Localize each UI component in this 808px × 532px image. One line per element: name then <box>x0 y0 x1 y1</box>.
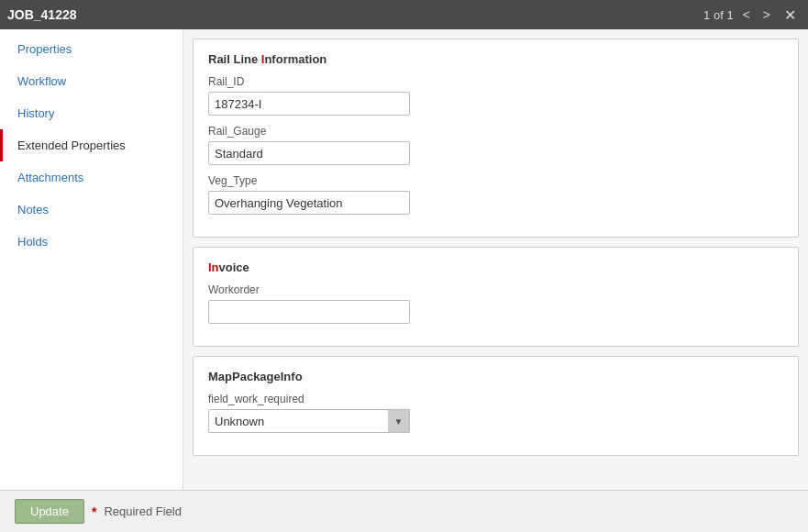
map-package-section: MapPackageInfo field_work_required Unkno… <box>193 356 799 456</box>
rail-line-title: Rail Line Information <box>208 52 783 66</box>
invoice-title: Invoice <box>208 260 783 274</box>
sidebar-item-holds[interactable]: Holds <box>0 226 183 258</box>
workorder-input[interactable] <box>208 300 410 324</box>
veg-type-group: Veg_Type <box>208 174 783 215</box>
required-asterisk: * <box>92 504 96 519</box>
field-work-required-wrapper: Unknown Yes No ▼ <box>208 409 410 433</box>
field-work-required-select[interactable]: Unknown Yes No <box>208 409 410 433</box>
rail-gauge-input[interactable] <box>208 141 410 165</box>
sidebar: Properties Workflow History Extended Pro… <box>0 29 183 490</box>
workorder-group: Workorder <box>208 283 783 324</box>
content-area: Properties Workflow History Extended Pro… <box>0 29 808 490</box>
required-field-label: Required Field <box>104 504 182 518</box>
nav-next-button[interactable]: > <box>759 6 774 24</box>
rail-gauge-group: Rail_Gauge <box>208 125 783 165</box>
update-button[interactable]: Update <box>15 499 84 524</box>
window-title: JOB_41228 <box>7 7 77 22</box>
main-content: Rail Line Information Rail_ID Rail_Gauge… <box>183 29 808 490</box>
veg-type-label: Veg_Type <box>208 174 783 187</box>
rail-id-label: Rail_ID <box>208 75 783 88</box>
sidebar-item-attachments[interactable]: Attachments <box>0 161 183 194</box>
map-package-title: MapPackageInfo <box>208 370 783 383</box>
window: JOB_41228 1 of 1 < > ✕ Properties Workfl… <box>0 0 808 532</box>
sidebar-item-properties[interactable]: Properties <box>0 33 183 65</box>
rail-gauge-label: Rail_Gauge <box>208 125 783 138</box>
pagination-label: 1 of 1 <box>703 8 734 22</box>
rail-id-group: Rail_ID <box>208 75 783 116</box>
rail-id-input[interactable] <box>208 92 410 116</box>
sidebar-item-notes[interactable]: Notes <box>0 194 183 226</box>
rail-line-section: Rail Line Information Rail_ID Rail_Gauge… <box>193 39 799 238</box>
nav-prev-button[interactable]: < <box>739 6 754 24</box>
workorder-label: Workorder <box>208 283 783 296</box>
close-button[interactable]: ✕ <box>780 5 801 26</box>
title-bar: JOB_41228 1 of 1 < > ✕ <box>0 0 808 29</box>
title-bar-controls: 1 of 1 < > ✕ <box>703 5 801 26</box>
sidebar-item-workflow[interactable]: Workflow <box>0 65 183 97</box>
field-work-required-group: field_work_required Unknown Yes No ▼ <box>208 393 783 433</box>
veg-type-input[interactable] <box>208 191 410 215</box>
footer-bar: Update * Required Field <box>0 490 808 532</box>
invoice-section: Invoice Workorder <box>193 247 799 347</box>
sidebar-item-extended-properties[interactable]: Extended Properties <box>0 129 183 161</box>
field-work-required-label: field_work_required <box>208 393 783 405</box>
sidebar-item-history[interactable]: History <box>0 97 183 129</box>
